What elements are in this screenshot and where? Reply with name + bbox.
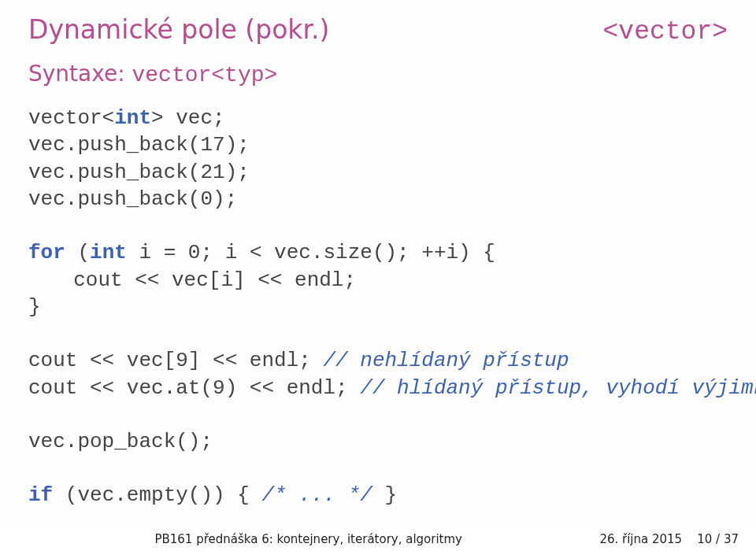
c-l1a: vector<: [28, 106, 114, 130]
c-l11-kw-if: if: [28, 483, 53, 507]
footer-right: 26. října 2015 10 / 37: [599, 532, 756, 546]
title-row: Dynamické pole (pokr.) <vector>: [28, 14, 728, 46]
code-block: vector<int> vec; vec.push_back(17); vec.…: [28, 105, 728, 213]
c-l11d: }: [372, 483, 397, 507]
c-l9b: ) << endl;: [225, 376, 361, 400]
footer: PB161 přednáška 6: kontejnery, iterátory…: [0, 527, 756, 551]
code-block-4: vec.pop_back();: [28, 428, 728, 455]
c-l4b: );: [213, 187, 237, 211]
c-l10: vec.pop_back();: [28, 430, 213, 453]
c-l5-kw-int: int: [90, 241, 127, 264]
c-l1-kw-int: int: [114, 106, 151, 130]
code-block-3: cout << vec[9] << endl; // nehlídaný pří…: [28, 347, 728, 401]
gap-4: [28, 455, 728, 482]
subtitle-tt: vector<typ>: [132, 63, 278, 87]
c-l8n: 9: [176, 349, 188, 372]
c-l2n: 17: [200, 133, 224, 157]
page-title: Dynamické pole (pokr.): [28, 14, 329, 45]
footer-center: PB161 přednáška 6: kontejnery, iterátory…: [17, 532, 599, 546]
code-block-2: for (int i = 0; i < vec.size(); ++i) { c…: [28, 239, 728, 320]
title-right-code: <vector>: [603, 17, 728, 46]
c-l5-kw-for: for: [28, 241, 65, 264]
c-l1c: > vec;: [151, 106, 225, 130]
c-l8-cm: // nehlídaný přístup: [323, 349, 569, 372]
slide: Dynamické pole (pokr.) <vector> Syntaxe:…: [0, 0, 756, 551]
c-l3n: 21: [200, 161, 224, 184]
gap-3: [28, 401, 728, 428]
c-l2b: );: [225, 133, 250, 157]
subtitle-prefix: Syntaxe:: [28, 61, 132, 87]
code-block-5: if (vec.empty()) { /* ... */ }: [28, 482, 728, 508]
c-l4n: 0: [200, 187, 213, 211]
gap-1: [28, 213, 728, 239]
gap-2: [28, 320, 728, 347]
c-l5e: ; i < vec.size(); ++i) {: [200, 241, 495, 264]
c-l7: }: [28, 295, 41, 319]
c-l5d: i =: [127, 241, 188, 264]
c-l8b: ] << endl;: [188, 349, 324, 372]
subtitle: Syntaxe: vector<typ>: [28, 61, 728, 87]
c-l4a: vec.push_back(: [28, 187, 200, 211]
c-l9a: cout << vec.at(: [28, 376, 213, 400]
c-l11b: (vec.empty()) {: [53, 483, 261, 507]
c-l3a: vec.push_back(: [28, 161, 200, 184]
c-l3b: );: [225, 161, 250, 184]
footer-date: 26. října 2015: [599, 532, 682, 546]
c-l6: cout << vec[i] << endl;: [73, 268, 356, 292]
c-l5b: (: [65, 241, 90, 264]
c-l9n: 9: [213, 376, 225, 400]
c-l2a: vec.push_back(: [28, 133, 200, 157]
footer-page: 10 / 37: [697, 532, 739, 546]
c-l8a: cout << vec[: [28, 349, 176, 372]
c-l9-cm: // hlídaný přístup, vyhodí výjimku: [360, 376, 756, 400]
c-l5n1: 0: [188, 241, 201, 264]
c-l11-cm: /* ... */: [261, 483, 372, 507]
